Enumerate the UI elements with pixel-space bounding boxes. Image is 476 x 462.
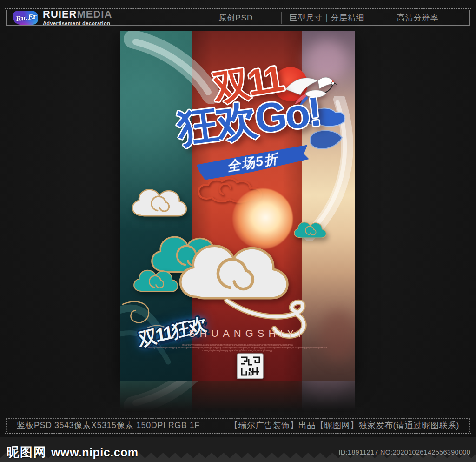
poster[interactable]: 双11 狂欢Go! 全场5折 双11狂欢 SHUANGSHIYI shuangs… (120, 31, 355, 381)
image-serial: ID:18911217 NO:20201026142556390000 (338, 449, 470, 456)
feature-size-layers: 巨型尺寸｜分层精细 (281, 12, 372, 24)
page: Ru.Er RUIERMEDIA Advertisement decoratio… (0, 0, 476, 462)
brand-logo-script: Ru.Er (12, 9, 39, 26)
brand-name-bold: RUIER (43, 8, 77, 20)
brand-tagline: Advertisement decoration (43, 20, 112, 26)
brand-logo: Ru.Er RUIERMEDIA Advertisement decoratio… (13, 9, 112, 26)
white-cloud-small (130, 181, 190, 225)
top-dashed-rule (2, 5, 474, 5)
site-watermark: 昵图网 www.nipic.com (7, 444, 139, 461)
fine-print-line: shuangshiyikuanghuanggoquanchang5zheshua… (202, 349, 273, 352)
footer: 昵图网 www.nipic.com ID:18911217 NO:2020102… (0, 437, 476, 462)
fine-print: shuangshiyikuanghuanggoquanchang5zheshua… (148, 343, 327, 352)
poster-reflection: 双11 狂欢Go! 全场5折 双11狂欢 SHUANGSHIYI shuangs… (120, 381, 355, 414)
header-bar: Ru.Er RUIERMEDIA Advertisement decoratio… (5, 8, 471, 27)
brand-name-light: MEDIA (77, 8, 112, 20)
brand-logo-icon: Ru.Er (13, 11, 38, 25)
info-bar-spec: 竖板PSD 3543像素X5315像素 150DPI RGB 1F (17, 420, 200, 431)
header-inner: Ru.Er RUIERMEDIA Advertisement decoratio… (6, 10, 470, 26)
feature-hd: 高清分辨率 (372, 12, 463, 24)
header-feature-list: 原创PSD 巨型尺寸｜分层精细 高清分辨率 (191, 12, 463, 24)
brand-text: RUIERMEDIA Advertisement decoration (43, 9, 112, 26)
seal-stamp (236, 353, 264, 380)
site-url: www.nipic.com (51, 446, 139, 459)
site-name: 昵图网 (7, 444, 47, 461)
feature-original-psd: 原创PSD (191, 12, 281, 24)
subtitle-en: SHUANGSHIYI (175, 328, 319, 340)
info-bar-inner: 竖板PSD 3543像素X5315像素 150DPI RGB 1F 【瑞尔广告装… (6, 418, 470, 432)
info-bar-publisher: 【瑞尔广告装饰】出品【昵图网】独家发布(请通过昵图联系) (230, 420, 459, 431)
info-bar: 竖板PSD 3543像素X5315像素 150DPI RGB 1F 【瑞尔广告装… (5, 417, 471, 434)
